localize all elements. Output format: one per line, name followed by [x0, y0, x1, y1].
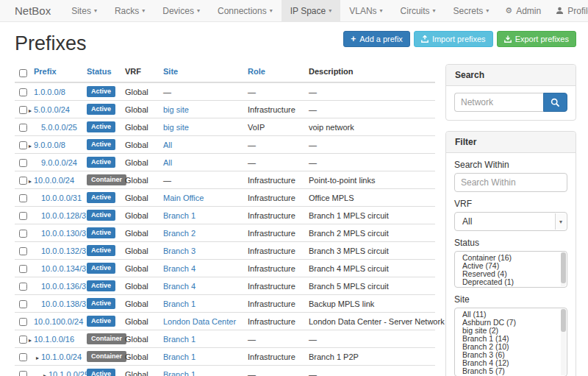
prefix-link[interactable]: 10.0.0.0/24	[34, 176, 74, 185]
prefix-link[interactable]: 10.0.100.0/24	[34, 317, 83, 326]
status-badge: Active	[87, 316, 115, 327]
import-prefixes-label: Import prefixes	[432, 35, 486, 43]
prefix-link[interactable]: 10.0.0.134/31	[41, 264, 90, 273]
status-listbox[interactable]: Container (16)Active (74)Reserved (4)Dep…	[454, 251, 567, 288]
search-within-input[interactable]	[454, 173, 567, 192]
description-cell: Branch 3 MPLS circuit	[309, 246, 389, 255]
prefix-link[interactable]: 10.1.0.0/25	[49, 370, 89, 376]
site-cell: —	[163, 88, 171, 96]
page-title: Prefixes	[15, 32, 87, 55]
add-prefix-button[interactable]: + Add a prefix	[343, 31, 410, 47]
site-link[interactable]: big site	[163, 123, 189, 132]
option-item[interactable]: Deprecated (1)	[455, 278, 567, 286]
add-prefix-label: Add a prefix	[359, 35, 403, 43]
vrf-cell: Global	[125, 299, 148, 308]
prefix-link[interactable]: 10.0.0.128/31	[41, 211, 90, 220]
prefix-link[interactable]: 9.0.0.0/8	[34, 141, 65, 149]
nav-item-ip-space[interactable]: IP Space▾	[282, 0, 341, 21]
vrf-select[interactable]: All ▾	[454, 212, 567, 231]
table-row: ▸10.1.0.0/16 Container Global Branch 1 —…	[15, 330, 435, 348]
nav-item-racks[interactable]: Racks▾	[106, 0, 154, 21]
site-link[interactable]: Branch 4	[163, 264, 196, 273]
nav-item-vlans[interactable]: VLANs▾	[340, 0, 391, 21]
site-link[interactable]: Branch 1	[163, 352, 196, 361]
nav-item-label: Racks	[115, 6, 139, 16]
prefix-link[interactable]: 10.0.0.130/31	[41, 229, 90, 238]
tree-indent	[26, 253, 34, 254]
sort-role-link[interactable]: Role	[248, 67, 265, 76]
table-row: 5.0.0.0/25 Active Global big site VoIP v…	[15, 118, 435, 136]
prefix-link[interactable]: 10.0.0.0/31	[41, 194, 82, 202]
vrf-cell: Global	[125, 352, 148, 361]
status-badge: Active	[87, 157, 115, 168]
prefix-link[interactable]: 10.0.0.136/31	[41, 282, 90, 291]
site-link[interactable]: Branch 3	[163, 246, 196, 255]
vrf-cell: Global	[125, 176, 148, 185]
site-listbox[interactable]: All (11)Ashburn DC (7)big site (2)Branch…	[454, 308, 567, 376]
select-all-checkbox[interactable]	[19, 69, 27, 77]
prefix-link[interactable]: 5.0.0.0/25	[41, 123, 77, 132]
sort-status-link[interactable]: Status	[87, 67, 112, 76]
site-link[interactable]: Branch 1	[163, 370, 196, 376]
brand-logo[interactable]: NetBox	[0, 0, 62, 21]
site-link[interactable]: Branch 1	[163, 211, 196, 220]
tree-indent	[26, 288, 34, 289]
site-link[interactable]: All	[163, 141, 172, 149]
nav-item-circuits[interactable]: Circuits▾	[392, 0, 445, 21]
scrollbar[interactable]	[561, 252, 566, 286]
nav-item-connections[interactable]: Connections▾	[209, 0, 282, 21]
prefix-link[interactable]: 10.0.0.132/31	[41, 246, 90, 255]
search-within-label: Search Within	[454, 160, 567, 170]
site-link[interactable]: Branch 1	[163, 335, 196, 344]
site-cell: —	[163, 176, 171, 185]
site-link[interactable]: Branch 4	[163, 282, 196, 291]
scrollbar[interactable]	[561, 309, 566, 375]
prefix-link[interactable]: 10.1.0.0/16	[34, 335, 74, 344]
table-row: 10.0.0.136/31 Active Global Branch 4 Inf…	[15, 277, 435, 295]
nav-item-sites[interactable]: Sites▾	[62, 0, 106, 21]
search-panel: Search	[445, 64, 576, 121]
nav-item-profile[interactable]: Profile	[548, 0, 588, 21]
prefix-link[interactable]: 10.0.0.138/31	[41, 299, 90, 308]
role-cell: —	[248, 141, 256, 149]
description-cell: Point-to-point links	[309, 176, 376, 185]
status-badge: Active	[87, 121, 115, 132]
status-badge: Active	[87, 210, 115, 221]
site-options: All (11)Ashburn DC (7)big site (2)Branch…	[455, 311, 567, 376]
export-prefixes-button[interactable]: Export prefixes	[497, 31, 576, 47]
status-badge: Active	[87, 298, 115, 309]
import-prefixes-button[interactable]: Import prefixes	[414, 31, 493, 47]
role-cell: —	[248, 335, 256, 344]
nav-item-admin[interactable]: ⚙ Admin	[498, 0, 548, 21]
description-cell: Office MPLS	[309, 194, 354, 202]
vrf-cell: Global	[125, 317, 148, 326]
nav-item-secrets[interactable]: Secrets▾	[445, 0, 498, 21]
search-button[interactable]	[543, 93, 567, 112]
site-link[interactable]: Branch 2	[163, 229, 196, 238]
nav-item-label: Sites	[71, 6, 91, 16]
table-row: 10.0.100.0/24 Active Global London Data …	[15, 313, 435, 330]
prefix-link[interactable]: 9.0.0.0/24	[41, 158, 77, 167]
site-link[interactable]: Main Office	[163, 194, 204, 202]
prefix-link[interactable]: 5.0.0.0/24	[34, 105, 70, 114]
site-link[interactable]: London Data Center	[163, 317, 236, 326]
tree-indent	[26, 271, 34, 272]
chevron-down-icon: ▾	[142, 7, 145, 14]
vrf-cell: Global	[125, 88, 148, 96]
prefix-link[interactable]: 10.1.0.0/24	[41, 352, 82, 361]
status-badge: Active	[87, 369, 115, 376]
site-link[interactable]: All	[163, 158, 172, 167]
site-link[interactable]: Branch 1	[163, 299, 196, 308]
nav-item-devices[interactable]: Devices▾	[154, 0, 209, 21]
site-link[interactable]: big site	[163, 105, 189, 114]
role-cell: —	[248, 158, 256, 167]
vrf-cell: Global	[125, 194, 148, 202]
table-row: 1.0.0.0/8 Active Global — — —	[15, 82, 435, 101]
tree-indent	[26, 359, 34, 360]
sort-prefix-link[interactable]: Prefix	[34, 67, 57, 76]
sort-site-link[interactable]: Site	[163, 67, 178, 76]
search-input[interactable]	[454, 93, 543, 112]
chevron-down-icon: ▾	[433, 7, 436, 14]
prefix-link[interactable]: 1.0.0.0/8	[34, 88, 65, 96]
role-cell: Infrastructure	[248, 176, 295, 185]
